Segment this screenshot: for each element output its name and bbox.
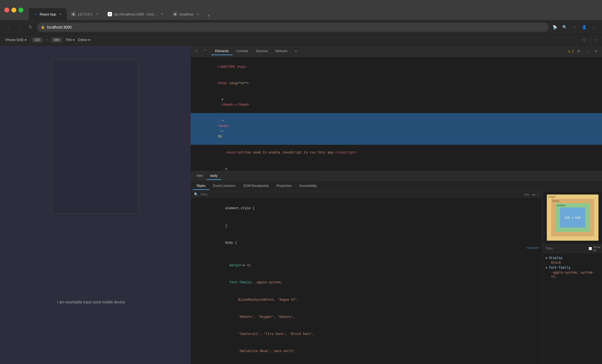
console-tab[interactable]: Console [232,48,252,55]
tab-ttp-close[interactable]: ✕ [160,12,164,16]
mobile-frame [52,59,139,214]
margin-box: margin - border - padding 320 × 5 [547,194,598,241]
profile-icon[interactable]: 👤 [580,23,588,31]
styles-tab[interactable]: Styles [193,182,209,190]
dom-breakpoints-tab[interactable]: DOM Breakpoints [239,182,273,190]
breadcrumb-body[interactable]: body [207,172,221,180]
computed-display-val: block [546,260,599,265]
viewport-inner: I am touchable input used mobile device [0,46,190,364]
traffic-lights [4,8,23,12]
computed-font-family[interactable]: ▶ font-family [546,265,599,270]
device-chevron-icon: ▾ [25,38,26,42]
main-content: I am touchable input used mobile device … [0,46,602,364]
margin-label: margin [548,195,556,198]
tree-noscript[interactable]: <noscript>You need to enable JavaScript … [191,145,602,161]
devtools-actions: ⚠ 1 ⚙ ⋮ ✕ [568,48,600,55]
styles-filter-bar: 🔍 :hov .cls + [191,191,542,198]
viewport-panel: I am touchable input used mobile device [0,46,190,364]
body-margin[interactable]: margin:▶ 0; [191,257,542,274]
network-chevron-icon: ▾ [88,38,90,42]
tab-localhost-title: localhost [179,12,193,16]
back-button[interactable]: ‹ [4,23,13,32]
lock-icon: 🔒 [41,25,45,29]
close-devtools-icon[interactable]: ✕ [592,48,600,55]
show-all-checkbox[interactable] [589,247,592,250]
search-icon[interactable]: 🔍 [561,23,568,31]
warning-icon: ⚠ [568,49,571,53]
url-text: localhost:3000 [47,25,72,29]
show-all-toggle[interactable]: Show all [589,245,601,252]
event-listeners-tab[interactable]: Event Listeners [209,182,240,190]
tree-doctype[interactable]: <!DOCTYPE html> [191,59,602,76]
inspect-element-icon[interactable]: ↖ [193,48,200,55]
local-favicon-icon: ⊕ [173,12,177,16]
tree-div-root[interactable]: ▶ <div id="root">…</div> [191,161,602,171]
sources-tab[interactable]: Sources [252,48,272,55]
tab-react-app-close[interactable]: ✕ [58,12,63,16]
devtools-main-tabs: Elements Console Sources Network » [211,48,301,55]
more-options-icon[interactable]: ⋮ [592,37,599,43]
element-style-close: } [191,217,542,234]
computed-filter-input[interactable] [546,247,587,250]
dimension-separator: × [46,38,48,42]
tab-ttp-title: ttp://localhost:1880 - Google ... [114,12,158,16]
zoom-value: 75% [65,38,72,42]
margin-dash-top: - [595,196,596,198]
network-tab[interactable]: Network [272,48,291,55]
style-subtabs: Styles Event Listeners DOM Breakpoints P… [191,181,602,191]
breadcrumb-html[interactable]: html [193,172,207,180]
bookmark-icon[interactable]: ☆ [570,23,578,31]
url-bar[interactable]: 🔒 localhost:3000 [37,23,549,32]
tab-127[interactable]: ⊕ 127.0.0.1 ✕ [67,8,103,20]
elements-tab[interactable]: Elements [211,48,232,55]
minimize-window-button[interactable] [11,8,16,12]
body-font-family-4: 'Cantarell', 'Fira Sans', 'Droid Sans', [191,326,542,343]
zoom-selector[interactable]: 75% ▾ [65,38,75,42]
fullscreen-window-button[interactable] [18,8,23,12]
box-dimensions: 320 × 568 [564,216,581,219]
box-content: 320 × 568 [560,208,585,228]
device-name: iPhone 5/SE [5,38,24,42]
devtools-more-icon[interactable]: ⋮ [584,48,591,55]
element-style-selector[interactable]: element.style { [191,200,542,217]
menu-icon[interactable]: ⋮ [590,23,598,31]
computed-display[interactable]: ▶ display [546,255,599,260]
add-style-button[interactable]: + [537,193,539,196]
properties-tab[interactable]: Properties [273,182,295,190]
tab-127-close[interactable]: ✕ [95,12,99,16]
tag-icon[interactable]: ⬡ [581,37,588,43]
styles-filter-input[interactable] [200,193,522,196]
address-bar-actions: 📡 🔍 ☆ 👤 ⋮ [551,23,598,31]
tree-head[interactable]: ▶ <head>…</head> [191,92,602,113]
tree-body[interactable]: … ▼ <body> == $0 [191,113,602,145]
height-input[interactable] [51,37,62,42]
tab-localhost[interactable]: ⊕ localhost ✕ [169,8,204,20]
accessibility-tab[interactable]: Accessibility [295,182,321,190]
devtools-panel: ↖ 📱 Elements Console Sources Network » ⚠… [190,46,602,364]
body-selector[interactable]: body { <style> [191,234,542,257]
new-tab-button[interactable]: + [204,11,213,20]
tab-react-app[interactable]: ⚛ React App ✕ [29,8,67,20]
hov-filter-button[interactable]: :hov [524,193,529,196]
more-tabs[interactable]: » [291,48,301,55]
tab-ttp[interactable]: G ttp://localhost:1880 - Google ... ✕ [103,8,169,20]
cast-icon[interactable]: 📡 [551,23,558,31]
settings-icon[interactable]: ⚙ [575,48,582,55]
device-selector[interactable]: iPhone 5/SE ▾ [3,37,29,43]
tab-react-app-title: React App [40,12,56,16]
tab-localhost-close[interactable]: ✕ [196,12,200,16]
device-toolbar: iPhone 5/SE ▾ × 75% ▾ Online ▾ ⬡ ⋮ [0,34,602,46]
device-toggle-icon[interactable]: 📱 [201,48,209,55]
width-input[interactable] [32,37,43,42]
forward-button[interactable]: › [15,23,24,32]
close-window-button[interactable] [4,8,9,12]
reload-button[interactable]: ↻ [26,23,35,32]
cls-filter-button[interactable]: .cls [531,193,536,196]
zoom-chevron-icon: ▾ [73,38,75,42]
warning-badge[interactable]: ⚠ 1 [568,49,574,53]
network-selector[interactable]: Online ▾ [78,38,90,42]
tree-html[interactable]: <html lang="en"> [191,76,602,92]
body-webkit-smoothing[interactable]: -webkit-font-smoothing: antialiased; [191,360,542,364]
box-model-panel: margin - border - padding 320 × 5 [542,191,602,244]
body-font-family[interactable]: font-family: -apple-system, [191,274,542,291]
